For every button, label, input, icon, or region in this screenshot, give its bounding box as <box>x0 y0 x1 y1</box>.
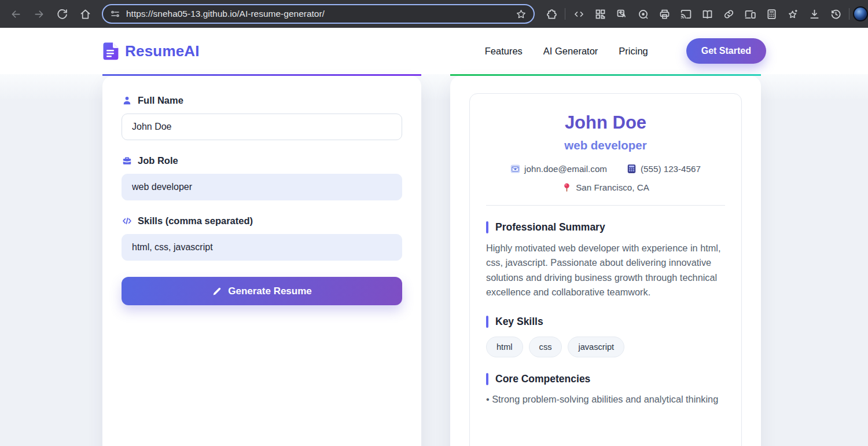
translate-button[interactable] <box>612 4 631 24</box>
resume-location-row: San Francisco, CA <box>486 182 725 192</box>
bookmark-manager-button[interactable] <box>783 4 803 24</box>
section-accent-bar <box>486 316 488 328</box>
skills-label-row: Skills (comma separated) <box>122 215 402 226</box>
job-role-label: Job Role <box>138 155 178 166</box>
code-icon <box>573 8 585 20</box>
translate-icon <box>616 8 628 20</box>
resume-name: John Doe <box>486 112 725 133</box>
copy-link-button[interactable] <box>719 4 738 24</box>
skill-pill: css <box>529 337 562 357</box>
downloads-button[interactable] <box>804 4 824 24</box>
address-bar[interactable]: https://sneha05-13.github.io/AI-resume-g… <box>102 4 535 24</box>
competencies-section-title: Core Competencies <box>486 373 725 385</box>
competencies-title-text: Core Competencies <box>495 373 590 385</box>
site-info-icon[interactable] <box>110 9 120 19</box>
section-accent-bar <box>486 221 488 233</box>
brand-logo[interactable]: ResumeAI <box>103 42 200 61</box>
reading-list-button[interactable] <box>697 4 717 24</box>
forward-button[interactable] <box>29 4 49 24</box>
pen-icon <box>212 286 222 297</box>
history-button[interactable] <box>826 4 845 24</box>
main-nav: Features AI Generator Pricing Get Starte… <box>485 38 766 64</box>
full-name-input[interactable] <box>122 114 402 140</box>
skills-label: Skills (comma separated) <box>138 215 253 226</box>
resume-role: web developer <box>486 138 725 152</box>
extensions-icon <box>546 8 558 20</box>
skill-pill-list: htmlcssjavascript <box>486 337 725 357</box>
code-brackets-icon <box>122 215 133 226</box>
site-header: ResumeAI Features AI Generator Pricing G… <box>0 28 868 74</box>
qr-extension-button[interactable] <box>590 4 610 24</box>
resume-email-item: john.doe@email.com <box>510 164 607 174</box>
skill-pill: javascript <box>568 337 624 357</box>
resume-contact-row: john.doe@email.com (555) 123-4567 <box>486 164 725 174</box>
summary-text: Highly motivated web developer with expe… <box>486 241 725 300</box>
generator-form-card: Full Name Job Role Skills (comma separat… <box>102 74 421 446</box>
bookmark-star-icon[interactable] <box>516 9 527 20</box>
nav-features[interactable]: Features <box>485 46 523 57</box>
resume-phone-item: (555) 123-4567 <box>627 164 701 174</box>
nav-pricing[interactable]: Pricing <box>619 46 648 57</box>
email-icon <box>510 164 520 174</box>
section-accent-bar <box>486 373 488 385</box>
location-pin-icon <box>562 182 572 192</box>
briefcase-icon <box>122 155 133 166</box>
home-icon <box>79 8 91 20</box>
calculator-button[interactable] <box>762 4 781 24</box>
document-logo-icon <box>103 42 119 61</box>
profile-avatar[interactable] <box>853 6 868 21</box>
job-role-label-row: Job Role <box>122 155 402 166</box>
print-button[interactable] <box>654 4 674 24</box>
toolbar-extension-row <box>542 4 868 24</box>
toolbar-separator <box>849 8 849 20</box>
summary-section-title: Professional Summary <box>486 221 725 233</box>
back-icon <box>10 8 22 20</box>
brand-name[interactable]: ResumeAI <box>125 42 200 60</box>
qr-grid-icon <box>594 8 606 20</box>
reload-button[interactable] <box>52 4 72 24</box>
full-name-label-row: Full Name <box>122 95 402 106</box>
nav-ai-generator[interactable]: AI Generator <box>543 46 598 57</box>
extensions-button[interactable] <box>542 4 561 24</box>
skills-input[interactable] <box>122 234 402 261</box>
history-icon <box>830 8 842 20</box>
main-content: Full Name Job Role Skills (comma separat… <box>0 74 868 446</box>
resume-location: San Francisco, CA <box>576 182 649 192</box>
generate-resume-label: Generate Resume <box>228 286 312 297</box>
screenshot-button[interactable] <box>633 4 653 24</box>
cast-button[interactable] <box>676 4 696 24</box>
devtools-button[interactable] <box>569 4 589 24</box>
browser-toolbar: https://sneha05-13.github.io/AI-resume-g… <box>0 0 868 28</box>
competency-bullet: Strong problem-solving abilities and ana… <box>486 392 725 407</box>
job-role-input[interactable] <box>122 174 402 200</box>
forward-icon <box>33 8 45 20</box>
resume-paper: John Doe web developer john.doe@email.co… <box>469 93 742 446</box>
generate-resume-button[interactable]: Generate Resume <box>122 277 402 305</box>
skill-pill: html <box>486 337 523 357</box>
download-icon <box>808 8 821 20</box>
star-sparkle-icon <box>787 8 799 20</box>
resume-location-item: San Francisco, CA <box>562 182 649 192</box>
url-text[interactable]: https://sneha05-13.github.io/AI-resume-g… <box>126 9 510 19</box>
home-button[interactable] <box>75 4 95 24</box>
screenshot-icon <box>637 8 649 20</box>
devices-button[interactable] <box>740 4 760 24</box>
skills-section-title: Key Skills <box>486 316 725 328</box>
resume-divider <box>486 205 725 206</box>
get-started-button[interactable]: Get Started <box>686 38 766 64</box>
resume-phone: (555) 123-4567 <box>641 164 701 174</box>
resume-preview-card: John Doe web developer john.doe@email.co… <box>450 74 761 446</box>
resume-email: john.doe@email.com <box>524 164 607 174</box>
cast-icon <box>680 8 692 20</box>
summary-title-text: Professional Summary <box>495 221 605 233</box>
back-button[interactable] <box>6 4 25 24</box>
person-icon <box>122 95 133 106</box>
reload-icon <box>56 8 68 20</box>
reading-list-icon <box>701 8 713 20</box>
full-name-label: Full Name <box>138 95 183 106</box>
phone-icon <box>627 164 637 174</box>
link-icon <box>723 8 735 20</box>
print-icon <box>659 8 671 20</box>
devices-icon <box>744 8 756 20</box>
skills-title-text: Key Skills <box>495 316 543 328</box>
